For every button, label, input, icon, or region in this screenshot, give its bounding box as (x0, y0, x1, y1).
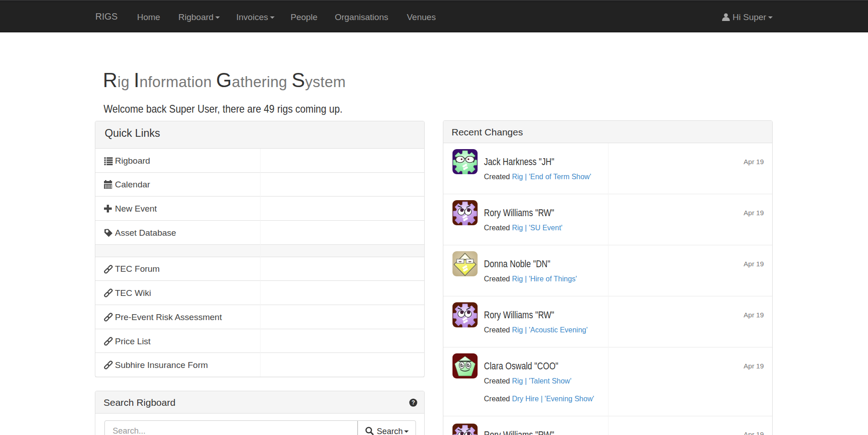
svg-text:?: ? (411, 399, 415, 406)
